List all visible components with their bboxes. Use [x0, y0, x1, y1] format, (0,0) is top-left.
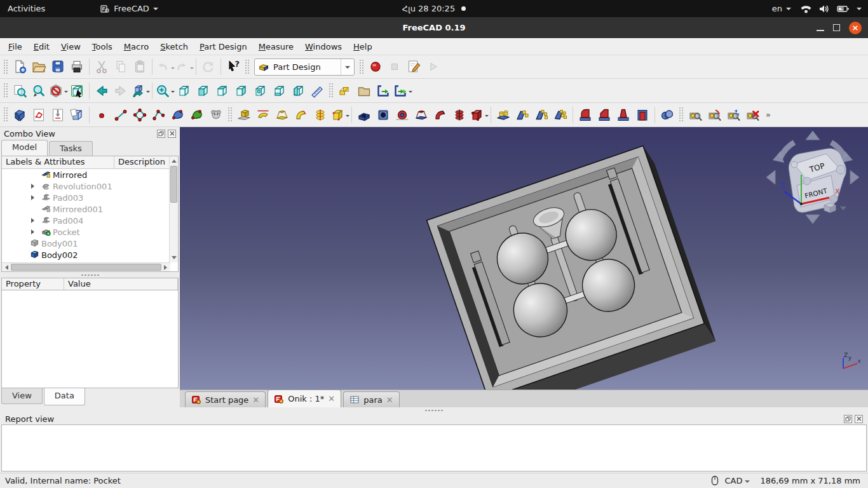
- whats-this-button[interactable]: ?: [224, 57, 243, 76]
- helix-button[interactable]: [311, 105, 330, 125]
- view-sync-button[interactable]: [67, 81, 86, 100]
- meas-linear-button[interactable]: [686, 105, 705, 125]
- battery-icon[interactable]: [836, 4, 850, 14]
- navigation-cube[interactable]: TOP FRONT Z X: [765, 130, 860, 225]
- clip-plane-button[interactable]: [48, 81, 67, 100]
- menu-macro[interactable]: Macro: [118, 39, 154, 54]
- toolbar-grip[interactable]: [3, 107, 8, 123]
- boolean-button[interactable]: [658, 105, 677, 125]
- scrollbar-thumb[interactable]: [170, 166, 177, 203]
- 3d-viewport[interactable]: TOP FRONT Z X Z y: [180, 127, 868, 390]
- activities-button[interactable]: Activities: [0, 0, 53, 17]
- tree-item-mirrored[interactable]: Mirrored: [2, 169, 170, 180]
- revolution-button[interactable]: [254, 105, 273, 125]
- sketch-map-button[interactable]: [67, 105, 86, 125]
- dropdown-arrow-icon[interactable]: [409, 91, 412, 95]
- meas-refresh-button[interactable]: [724, 105, 743, 125]
- value-header[interactable]: Value: [64, 278, 178, 290]
- save-file-button[interactable]: [48, 57, 67, 76]
- toolbar-grip[interactable]: [359, 59, 364, 75]
- close-panel-icon[interactable]: [855, 415, 863, 423]
- menu-sketch[interactable]: Sketch: [154, 39, 194, 54]
- property-header[interactable]: Property: [2, 278, 64, 290]
- sk-point-button[interactable]: [92, 105, 111, 125]
- thickness-button[interactable]: [633, 105, 652, 125]
- menu-windows[interactable]: Windows: [299, 39, 348, 54]
- sketch-edit-button[interactable]: [48, 105, 67, 125]
- measure-distance-button[interactable]: [308, 81, 327, 100]
- toolbar-grip[interactable]: [679, 107, 684, 123]
- loft-button[interactable]: [273, 105, 292, 125]
- document-tab-start-page[interactable]: Start page✕: [185, 391, 266, 407]
- sk-polyline-button[interactable]: [149, 105, 168, 125]
- panel-splitter[interactable]: [0, 272, 180, 278]
- view-bottom-button[interactable]: [269, 81, 288, 100]
- zoom-button[interactable]: [155, 81, 174, 100]
- tree-item-pocket[interactable]: Pocket: [2, 226, 170, 238]
- expand-arrow-icon[interactable]: [31, 229, 37, 234]
- body-create-button[interactable]: [10, 105, 29, 125]
- expand-arrow-icon[interactable]: [31, 218, 37, 223]
- pocket-button[interactable]: [355, 105, 374, 125]
- nav-style-selector[interactable]: CAD: [724, 476, 750, 485]
- toolbar-grip[interactable]: [3, 83, 8, 98]
- navcube-menu-chevron-icon[interactable]: [840, 207, 846, 210]
- system-menu-chevron-icon[interactable]: [857, 8, 862, 13]
- cut-button[interactable]: [92, 57, 111, 76]
- pattern-polar-button[interactable]: [532, 105, 551, 125]
- toolbar-grip[interactable]: [329, 83, 334, 98]
- undo-button[interactable]: [155, 57, 174, 76]
- tree-item-pad004[interactable]: Pad004: [2, 215, 170, 226]
- sk-carbon-copy-button[interactable]: [207, 105, 226, 125]
- dropdown-arrow-icon[interactable]: [346, 115, 349, 119]
- wifi-icon[interactable]: [800, 4, 812, 14]
- dropdown-arrow-icon[interactable]: [146, 91, 150, 95]
- sk-bspline-button[interactable]: [168, 105, 187, 125]
- float-panel-icon[interactable]: [844, 415, 852, 423]
- tab-view-properties[interactable]: View: [1, 388, 43, 404]
- menu-measure[interactable]: Measure: [253, 39, 299, 54]
- tree-vertical-scrollbar[interactable]: [169, 156, 178, 262]
- close-button[interactable]: ×: [849, 22, 862, 34]
- tree-item-pad003[interactable]: Pad003: [2, 192, 170, 203]
- macro-record-button[interactable]: [366, 57, 385, 76]
- close-panel-icon[interactable]: [168, 130, 176, 138]
- helix-sub-button[interactable]: [450, 105, 469, 125]
- groove-button[interactable]: [393, 105, 412, 125]
- link-make-button[interactable]: [374, 81, 393, 100]
- dropdown-arrow-icon[interactable]: [190, 67, 194, 71]
- tab-model[interactable]: Model: [1, 140, 48, 156]
- macro-stop-button[interactable]: [385, 57, 404, 76]
- report-view-log[interactable]: [1, 424, 867, 471]
- chamfer-button[interactable]: [595, 105, 614, 125]
- tree-header-labels[interactable]: Labels & Attributes: [2, 156, 114, 168]
- primitive-add-button[interactable]: [330, 105, 349, 125]
- loft-sub-button[interactable]: [412, 105, 431, 125]
- part-create-button[interactable]: [336, 81, 355, 100]
- float-panel-icon[interactable]: [157, 130, 165, 138]
- dropdown-arrow-icon[interactable]: [485, 115, 489, 119]
- workbench-selector[interactable]: Part Design: [254, 58, 355, 76]
- meas-angular-button[interactable]: [705, 105, 724, 125]
- toolbar-grip[interactable]: [245, 59, 250, 75]
- tree-item-body002[interactable]: Body002: [2, 249, 170, 261]
- nav-back-button[interactable]: [92, 81, 111, 100]
- hole-button[interactable]: [374, 105, 393, 125]
- fillet-button[interactable]: [576, 105, 595, 125]
- view-right-button[interactable]: [231, 81, 250, 100]
- scrollbar-thumb[interactable]: [11, 264, 161, 271]
- menu-help[interactable]: Help: [348, 39, 378, 54]
- sk-line-button[interactable]: [111, 105, 130, 125]
- report-splitter[interactable]: [0, 407, 868, 413]
- menu-file[interactable]: File: [3, 39, 28, 54]
- paste-button[interactable]: [130, 57, 149, 76]
- toolbar-grip[interactable]: [3, 59, 8, 75]
- view-rear-button[interactable]: [250, 81, 269, 100]
- tab-close-icon[interactable]: ✕: [328, 394, 335, 403]
- toolbar-overflow-button[interactable]: »: [762, 110, 774, 119]
- new-file-button[interactable]: [10, 57, 29, 76]
- link-go-button[interactable]: [130, 81, 149, 100]
- pad-button[interactable]: [234, 105, 254, 125]
- tree-item-revolution001[interactable]: Revolution001: [2, 180, 170, 192]
- keyboard-layout[interactable]: en: [770, 4, 794, 13]
